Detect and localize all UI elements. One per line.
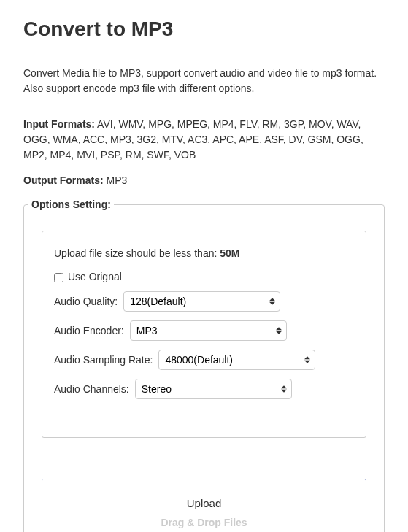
audio-channels-label: Audio Channels: (54, 383, 129, 395)
upload-title: Upload (42, 497, 366, 509)
audio-channels-select[interactable]: Stereo (135, 379, 292, 399)
options-inner-box: Upload file size should be less than: 50… (42, 231, 366, 438)
use-original-label-wrap[interactable]: Use Orignal (54, 271, 122, 282)
audio-quality-select[interactable]: 128(Default) (123, 291, 280, 312)
output-formats-value: MP3 (104, 174, 128, 186)
use-original-checkbox[interactable] (54, 273, 63, 282)
audio-encoder-label: Audio Encoder: (54, 325, 124, 336)
audio-quality-label: Audio Quality: (54, 296, 118, 307)
options-fieldset: Options Setting: Upload file size should… (23, 198, 385, 532)
upload-size-value: 50M (220, 247, 239, 259)
options-legend: Options Setting: (28, 198, 114, 210)
page-description: Convert Media file to MP3, support conve… (23, 66, 385, 96)
audio-sampling-select[interactable]: 48000(Default) (158, 350, 315, 370)
upload-dropzone[interactable]: Upload Drag & Drop Files (42, 479, 366, 532)
input-formats-label: Input Formats: (23, 118, 95, 130)
upload-size-note: Upload file size should be less than: 50… (54, 247, 354, 259)
drag-drop-text: Drag & Drop Files (42, 517, 366, 528)
audio-encoder-select[interactable]: MP3 (130, 320, 287, 341)
audio-sampling-label: Audio Sampling Rate: (54, 354, 153, 366)
use-original-label: Use Orignal (68, 271, 122, 282)
input-formats-line: Input Formats: AVI, WMV, MPG, MPEG, MP4,… (23, 117, 385, 163)
output-formats-label: Output Formats: (23, 174, 104, 186)
page-title: Convert to MP3 (23, 18, 385, 41)
output-formats-line: Output Formats: MP3 (23, 173, 385, 188)
upload-size-prefix: Upload file size should be less than: (54, 247, 220, 259)
